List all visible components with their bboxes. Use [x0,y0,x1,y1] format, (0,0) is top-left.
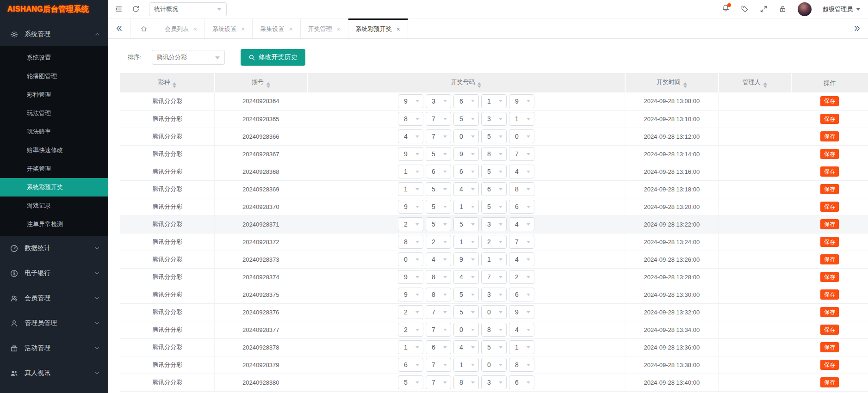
sort-icon[interactable] [173,82,176,88]
number-select[interactable]: 6 [509,200,534,214]
number-select[interactable]: 6 [426,165,451,178]
number-select[interactable]: 3 [426,94,451,108]
tab[interactable]: 系统彩预开奖 × [348,18,408,38]
tab[interactable]: 开奖管理 × [301,18,348,38]
save-button[interactable]: 保存 [820,342,839,352]
number-select[interactable]: 0 [481,358,507,372]
number-select[interactable]: 5 [481,129,507,143]
number-select[interactable]: 2 [398,323,423,337]
nav-section-select[interactable]: 统计概况 [149,2,227,16]
number-select[interactable]: 7 [426,129,451,143]
number-select[interactable]: 0 [453,129,479,143]
column-header[interactable]: 彩种 [120,73,215,92]
number-select[interactable]: 8 [509,358,534,372]
number-select[interactable]: 9 [509,305,534,319]
tab-close-icon[interactable]: × [193,26,197,32]
tab[interactable]: 会员列表 × [157,18,205,38]
save-button[interactable]: 保存 [820,131,839,141]
number-select[interactable]: 5 [426,217,451,231]
number-select[interactable]: 0 [509,129,534,143]
number-select[interactable]: 4 [453,270,479,284]
notifications-button[interactable] [722,4,730,14]
number-select[interactable]: 8 [398,235,423,249]
column-header[interactable]: 操作 [791,73,868,92]
number-select[interactable]: 1 [509,340,534,354]
number-select[interactable]: 1 [481,252,507,266]
save-button[interactable]: 保存 [820,272,839,282]
column-header[interactable]: 管理人 [719,73,791,92]
number-select[interactable]: 1 [398,182,423,196]
sort-icon[interactable] [683,82,687,88]
sidebar-subitem[interactable]: 玩法赔率 [0,123,108,141]
save-button[interactable]: 保存 [820,325,839,335]
number-select[interactable]: 5 [481,200,507,214]
column-header[interactable]: 开奖号码 [307,73,625,92]
sidebar-subitem[interactable]: 开奖管理 [0,160,108,178]
number-select[interactable]: 9 [398,270,423,284]
home-tab[interactable] [130,18,157,38]
save-button[interactable]: 保存 [820,289,839,300]
number-select[interactable]: 0 [481,305,507,319]
number-select[interactable]: 3 [481,375,507,389]
save-button[interactable]: 保存 [820,254,839,264]
number-select[interactable]: 5 [426,200,451,214]
number-select[interactable]: 4 [509,323,534,337]
number-select[interactable]: 6 [509,375,534,389]
number-select[interactable]: 3 [481,288,507,301]
number-select[interactable]: 1 [398,340,423,354]
number-select[interactable]: 9 [453,252,479,266]
save-button[interactable]: 保存 [820,377,839,387]
number-select[interactable]: 7 [509,235,534,249]
save-button[interactable]: 保存 [820,237,839,247]
number-select[interactable]: 1 [509,112,534,126]
sidebar-subitem[interactable]: 系统设置 [0,49,108,67]
tab-close-icon[interactable]: × [397,26,400,32]
number-select[interactable]: 1 [453,358,479,372]
number-select[interactable]: 1 [398,165,423,178]
number-select[interactable]: 6 [453,94,479,108]
number-select[interactable]: 9 [509,94,534,108]
number-select[interactable]: 5 [453,217,479,231]
number-select[interactable]: 2 [481,235,507,249]
tab[interactable]: 采集设置 × [253,18,300,38]
sidebar-subitem[interactable]: 赔率快速修改 [0,141,108,160]
save-button[interactable]: 保存 [820,219,839,229]
number-select[interactable]: 6 [426,340,451,354]
sidebar-subitem[interactable]: 彩种管理 [0,86,108,104]
lock-icon[interactable] [779,5,787,13]
number-select[interactable]: 8 [453,375,479,389]
number-select[interactable]: 9 [398,94,423,108]
number-select[interactable]: 7 [426,112,451,126]
number-select[interactable]: 2 [398,217,423,231]
number-select[interactable]: 7 [481,270,507,284]
save-button[interactable]: 保存 [820,360,839,370]
number-select[interactable]: 9 [398,147,423,161]
tab-close-icon[interactable]: × [337,26,341,32]
save-button[interactable]: 保存 [820,114,839,124]
tag-icon[interactable] [741,5,749,13]
number-select[interactable]: 4 [509,165,534,178]
menu-fold-icon[interactable] [115,5,123,13]
tab-close-icon[interactable]: × [241,26,245,32]
number-select[interactable]: 8 [398,112,423,126]
number-select[interactable]: 1 [453,235,479,249]
number-select[interactable]: 2 [426,235,451,249]
number-select[interactable]: 7 [426,375,451,389]
number-select[interactable]: 6 [481,182,507,196]
number-select[interactable]: 8 [426,270,451,284]
modify-draw-history-button[interactable]: 修改开奖历史 [241,49,305,66]
number-select[interactable]: 1 [481,94,507,108]
sidebar-item[interactable]: 系统管理 [0,22,108,46]
column-header[interactable]: 期号 [215,73,307,92]
number-select[interactable]: 7 [426,305,451,319]
number-select[interactable]: 8 [481,323,507,337]
number-select[interactable]: 5 [453,305,479,319]
number-select[interactable]: 6 [398,358,423,372]
sidebar-item[interactable]: 会员管理 [0,286,108,311]
number-select[interactable]: 3 [481,112,507,126]
number-select[interactable]: 5 [398,375,423,389]
number-select[interactable]: 6 [453,165,479,178]
number-select[interactable]: 9 [453,147,479,161]
number-select[interactable]: 2 [398,305,423,319]
sidebar-item[interactable]: 电子银行 [0,261,108,286]
